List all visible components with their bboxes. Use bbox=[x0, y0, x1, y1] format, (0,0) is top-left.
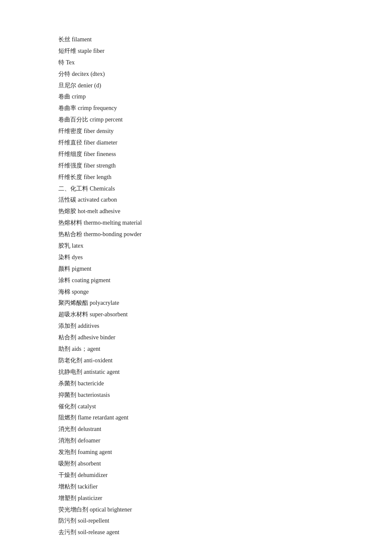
list-item: 热熔胶 hot-melt adhesive bbox=[58, 206, 334, 217]
entry-label: 分特 decitex (dtex) bbox=[58, 71, 105, 77]
list-item: 特 Tex bbox=[58, 57, 334, 68]
entry-label: 颜料 pigment bbox=[58, 266, 91, 272]
list-item: 去污剂 soil-release agent bbox=[58, 527, 334, 538]
entry-label: 超吸水材料 super-absorbent bbox=[58, 311, 128, 318]
entry-label: 粘合剂 adhesive binder bbox=[58, 334, 115, 341]
entry-label: 热熔材料 thermo-melting material bbox=[58, 220, 142, 226]
list-item: 染料 dyes bbox=[58, 252, 334, 263]
entry-label: 添加剂 additives bbox=[58, 323, 99, 329]
list-item: 纤维长度 fiber length bbox=[58, 172, 334, 183]
list-item: 涂料 coating pigment bbox=[58, 275, 334, 286]
entry-label: 涂料 coating pigment bbox=[58, 277, 110, 283]
list-item: 热熔材料 thermo-melting material bbox=[58, 217, 334, 228]
list-item: 阻燃剂 flame retardant agent bbox=[58, 412, 334, 423]
entry-label: 荧光增白剂 optical brightener bbox=[58, 506, 132, 513]
list-item: 纤维直径 fiber diameter bbox=[58, 137, 334, 148]
list-item: 粘合剂 adhesive binder bbox=[58, 332, 334, 343]
entry-label: 杀菌剂 bactericide bbox=[58, 380, 104, 387]
entry-label: 吸附剂 absorbent bbox=[58, 460, 101, 467]
list-item: 增塑剂 plasticizer bbox=[58, 493, 334, 504]
entry-label: 抗静电剂 antistatic agent bbox=[58, 369, 120, 375]
list-item: 助剂 aids；agent bbox=[58, 344, 334, 355]
list-item: 增粘剂 tackifier bbox=[58, 481, 334, 492]
entry-label: 增粘剂 tackifier bbox=[58, 483, 98, 490]
list-item: 吸附剂 absorbent bbox=[58, 458, 334, 469]
entry-label: 增塑剂 plasticizer bbox=[58, 495, 102, 501]
list-item: 纤维密度 fiber density bbox=[58, 126, 334, 137]
entry-label: 去污剂 soil-release agent bbox=[58, 529, 119, 535]
entry-label: 卷曲率 crimp frequency bbox=[58, 105, 117, 111]
entry-label: 热熔胶 hot-melt adhesive bbox=[58, 208, 120, 214]
list-item: 荧光增白剂 optical brightener bbox=[58, 504, 334, 515]
list-item: 催化剂 catalyst bbox=[58, 401, 334, 412]
list-item: 发泡剂 foaming agent bbox=[58, 447, 334, 458]
entry-label: 消泡剂 defoamer bbox=[58, 437, 100, 444]
list-item: 防老化剂 anti-oxident bbox=[58, 355, 334, 366]
list-item: 卷曲 crimp bbox=[58, 91, 334, 102]
list-item: 颜料 pigment bbox=[58, 263, 334, 275]
entry-label: 阻燃剂 flame retardant agent bbox=[58, 414, 128, 421]
entry-label: 海棉 sponge bbox=[58, 289, 89, 295]
entry-label: 特 Tex bbox=[58, 59, 75, 66]
entry-label: 旦尼尔 denier (d) bbox=[58, 82, 101, 89]
entry-label: 纤维长度 fiber length bbox=[58, 174, 111, 180]
entry-label: 纤维细度 fiber fineness bbox=[58, 151, 116, 157]
list-item: 抗静电剂 antistatic agent bbox=[58, 367, 334, 378]
list-item: 胶乳 latex bbox=[58, 240, 334, 251]
entry-label: 纤维强度 fiber strength bbox=[58, 162, 116, 169]
entry-label: 胶乳 latex bbox=[58, 243, 84, 249]
list-item: 旦尼尔 denier (d) bbox=[58, 80, 334, 91]
list-item: 活性碳 activated carbon bbox=[58, 194, 334, 205]
main-content: 长丝 filament短纤维 staple fiber特 Tex分特 decit… bbox=[0, 0, 392, 555]
list-item: 卷曲百分比 crimp percent bbox=[58, 114, 334, 125]
list-item: 添加剂 additives bbox=[58, 321, 334, 332]
list-item: 消光剂 delustrant bbox=[58, 424, 334, 435]
entry-label: 热粘合粉 thermo-bonding powder bbox=[58, 231, 141, 237]
entry-label: 长丝 filament bbox=[58, 36, 92, 43]
entry-label: 消光剂 delustrant bbox=[58, 426, 101, 432]
list-item: 热粘合粉 thermo-bonding powder bbox=[58, 229, 334, 240]
list-item: 海棉 sponge bbox=[58, 286, 334, 298]
entry-label: 催化剂 catalyst bbox=[58, 403, 96, 410]
entry-label: 发泡剂 foaming agent bbox=[58, 449, 112, 455]
list-item: 分特 decitex (dtex) bbox=[58, 69, 334, 80]
entry-label: 聚丙烯酸酯 polyacrylate bbox=[58, 300, 119, 306]
entry-label: 助剂 aids；agent bbox=[58, 346, 100, 352]
list-item: 短纤维 staple fiber bbox=[58, 46, 334, 57]
list-item: 消泡剂 defoamer bbox=[58, 435, 334, 446]
list-item: 纤维细度 fiber fineness bbox=[58, 149, 334, 160]
entry-label: 纤维直径 fiber diameter bbox=[58, 139, 117, 146]
entry-label: 二、化工料 Chemicals bbox=[58, 185, 115, 192]
entry-label: 活性碳 activated carbon bbox=[58, 197, 117, 203]
list-item: 防污剂 soil-repellent bbox=[58, 515, 334, 526]
entry-label: 短纤维 staple fiber bbox=[58, 48, 104, 54]
list-item: 聚丙烯酸酯 polyacrylate bbox=[58, 298, 334, 309]
list-item: 长丝 filament bbox=[58, 34, 334, 45]
list-item: 卷曲率 crimp frequency bbox=[58, 103, 334, 114]
entry-label: 干燥剂 dehumidizer bbox=[58, 472, 107, 478]
list-item: 超吸水材料 super-absorbent bbox=[58, 309, 334, 320]
entry-label: 抑菌剂 bacteriostasis bbox=[58, 392, 110, 398]
list-item: 干燥剂 dehumidizer bbox=[58, 470, 334, 481]
entry-label: 染料 dyes bbox=[58, 254, 83, 260]
list-item: 杀菌剂 bactericide bbox=[58, 378, 334, 389]
list-item: 二、化工料 Chemicals bbox=[58, 183, 334, 194]
list-item: 抑菌剂 bacteriostasis bbox=[58, 390, 334, 401]
list-item: 纤维强度 fiber strength bbox=[58, 160, 334, 171]
entry-label: 防污剂 soil-repellent bbox=[58, 517, 109, 524]
entry-label: 防老化剂 anti-oxident bbox=[58, 357, 112, 364]
entry-label: 卷曲 crimp bbox=[58, 93, 86, 100]
entry-label: 纤维密度 fiber density bbox=[58, 128, 114, 134]
entry-label: 卷曲百分比 crimp percent bbox=[58, 116, 123, 123]
